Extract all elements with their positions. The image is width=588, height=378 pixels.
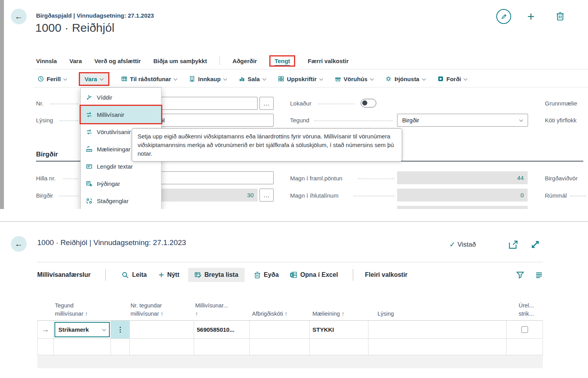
menu-vara[interactable]: Vara — [69, 58, 82, 64]
saved-label: Vistað — [457, 241, 476, 249]
view-options-button[interactable] — [535, 272, 543, 278]
toggle-knob — [362, 100, 367, 105]
new-button[interactable]: + Nýtt — [158, 269, 179, 280]
action-uppskriftir[interactable]: Uppskriftir — [278, 76, 323, 82]
birgdir-drilldown-button[interactable]: ... — [260, 189, 274, 202]
menu-item-thydingar[interactable]: Þýðingar — [81, 175, 161, 192]
menu-item-stadgenglar[interactable]: Staðgenglar — [81, 192, 161, 209]
field-label-nr: Nr. — [36, 100, 44, 107]
action-ferill[interactable]: Ferill — [38, 76, 67, 82]
check-icon: ✓ — [449, 240, 456, 249]
popout-button[interactable] — [508, 240, 519, 249]
diagonal-expand-icon — [530, 239, 541, 250]
col-header-nr-tegundar[interactable]: Nr. tegundarmillivísunar ↑ — [131, 302, 163, 318]
menu-verd-og-afslaettir[interactable]: Verð og afslættir — [94, 58, 141, 64]
action-fordi[interactable]: Forði — [437, 76, 468, 82]
excel-icon — [290, 271, 297, 278]
availability-grid-icon — [121, 76, 127, 82]
action-thjonusta[interactable]: Þjónusta — [385, 76, 425, 82]
chevron-down-icon — [319, 77, 323, 81]
menu-vinnsla[interactable]: Vinnsla — [36, 58, 57, 64]
action-til-radstofunar[interactable]: Til ráðstöfunar — [121, 76, 178, 82]
menu-adgerdir[interactable]: Aðgerðir — [232, 58, 257, 64]
millivisunar-nr-cell[interactable] — [194, 339, 250, 355]
open-in-excel-button[interactable]: Opna í Excel — [290, 271, 338, 278]
delete-label: Eyða — [264, 271, 279, 278]
assist-edit-cell — [111, 339, 130, 355]
action-label: Uppskriftir — [287, 76, 317, 82]
action-vara[interactable]: Vara — [79, 72, 109, 86]
lokadur-toggle-off[interactable] — [361, 99, 376, 107]
millivisunar-nr-cell[interactable]: 5690585010... — [194, 321, 250, 338]
col-header-afbrigdiskoti[interactable]: Afbrigðiskóti ↑ — [252, 310, 287, 318]
plus-icon: + — [158, 269, 164, 280]
menu-item-viddir[interactable]: Víddir — [81, 89, 161, 106]
table-header-row: Tegundmillivísunar ↑ Nr. tegundarmilliví… — [37, 291, 543, 321]
search-button[interactable]: Leita — [122, 271, 147, 279]
saved-indicator: ✓ Vistað — [449, 240, 476, 249]
edit-button[interactable] — [496, 9, 511, 24]
expand-button[interactable] — [530, 239, 541, 250]
magn-framl-value-field[interactable]: 44 — [397, 171, 528, 184]
col-header-millivisunar-nr[interactable]: Millivísunar...↑ — [195, 302, 228, 318]
edit-list-button[interactable]: Breyta lista — [188, 268, 245, 282]
divider — [33, 69, 588, 69]
dotted-leader — [354, 196, 394, 196]
table-footer-strip — [37, 355, 543, 368]
action-voruhus[interactable]: Vöruhús — [335, 76, 374, 82]
magn-ihlut-value-field[interactable]: 0 — [397, 189, 528, 202]
edit-list-label: Breyta lista — [205, 271, 238, 278]
back-button[interactable]: ← — [11, 236, 27, 252]
back-button[interactable]: ← — [11, 9, 27, 24]
assist-edit-cell[interactable]: ⋮ — [111, 321, 130, 338]
afbrigdiskoti-cell[interactable] — [250, 321, 310, 338]
units-of-measure-icon — [86, 146, 93, 153]
breadcrumb[interactable]: Birgðaspjald | Vinnudagsetning: 27.1.202… — [36, 12, 154, 19]
section-heading-birgdir[interactable]: Birgðir — [36, 151, 58, 158]
menu-faerri-valkostir[interactable]: Færri valkostir — [308, 58, 348, 64]
maelieining-cell[interactable]: STYKKI — [310, 321, 368, 338]
maelieining-cell[interactable] — [310, 339, 368, 355]
col-header-urelt-strikamerki[interactable]: Úrel...strik... — [519, 302, 534, 318]
field-label-lysing: Lýsing — [36, 117, 53, 124]
tegund-select[interactable]: Birgðir — [397, 114, 528, 127]
service-gear-icon — [385, 76, 392, 82]
list-toolbar: Millivísanafærslur Leita + Nýtt Breyta l… — [37, 266, 543, 284]
action-innkaup[interactable]: Innkaup — [189, 76, 227, 82]
delete-button[interactable] — [556, 11, 564, 21]
action-label: Til ráðstöfunar — [130, 76, 171, 82]
tegund-value: Strikamerk — [58, 326, 89, 333]
chevron-down-icon — [464, 77, 467, 81]
lysing-cell[interactable] — [368, 321, 506, 338]
col-header-maelieining[interactable]: Mælieining ↑ — [312, 310, 344, 318]
more-options-button[interactable]: Fleiri valkostir — [365, 271, 408, 278]
col-header-lysing[interactable]: Lýsing — [377, 310, 394, 318]
list-lines-icon — [535, 272, 543, 278]
action-label: Forði — [446, 76, 461, 82]
scrollbar-vertical[interactable] — [0, 0, 4, 209]
nr-lookup-button[interactable]: ... — [260, 97, 274, 110]
filter-funnel-icon — [516, 271, 524, 279]
delete-row-button[interactable]: Eyða — [254, 271, 279, 279]
resource-box-icon — [437, 76, 444, 82]
tooltip-millivisanir: Setja upp eigið auðkenni viðskiptamanns … — [132, 128, 402, 162]
filter-button[interactable] — [516, 271, 524, 279]
urelt-checkbox-unchecked[interactable] — [521, 326, 528, 333]
menu-item-label: Staðgenglar — [97, 198, 129, 204]
add-button[interactable]: + — [527, 9, 535, 24]
tegund-cell[interactable] — [54, 339, 111, 355]
lysing-cell[interactable] — [368, 339, 506, 355]
field-label-hilla-nr: Hilla nr. — [36, 175, 56, 182]
menu-tengt[interactable]: Tengt — [269, 55, 295, 67]
action-sala[interactable]: Sala — [239, 76, 266, 82]
menu-item-millivisanir[interactable]: Millivísanir — [81, 106, 161, 123]
afbrigdiskoti-cell[interactable] — [250, 339, 310, 355]
edit-list-icon — [194, 271, 201, 278]
urelt-cell — [506, 339, 543, 355]
tegund-millivisunar-select[interactable]: Strikamerk — [54, 322, 110, 337]
chevron-down-icon — [370, 77, 374, 81]
col-header-tegund-millivisunar[interactable]: Tegundmillivísunar ↑ — [55, 302, 88, 318]
nr-tegundar-cell[interactable] — [130, 339, 194, 355]
menu-bidja-um-samthykkt[interactable]: Biðja um samþykkt — [153, 58, 207, 64]
nr-tegundar-cell[interactable] — [130, 321, 194, 338]
